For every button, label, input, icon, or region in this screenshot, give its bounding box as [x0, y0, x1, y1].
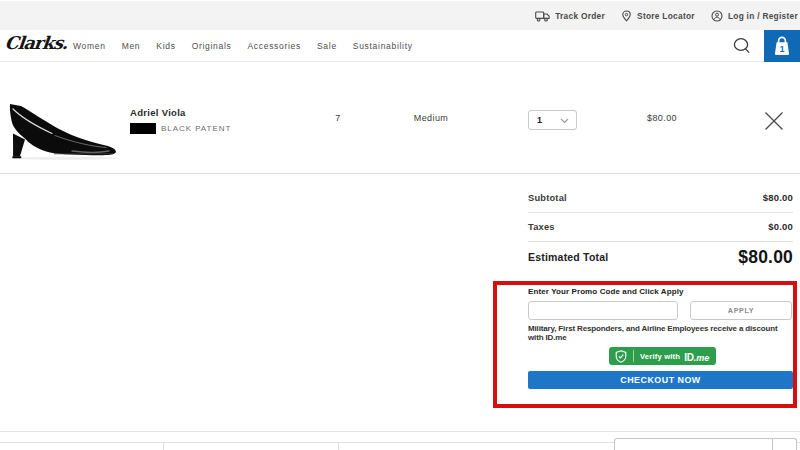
item-separator	[0, 173, 800, 174]
product-color: BLACK PATENT	[130, 123, 231, 134]
idme-logo: ID.me	[684, 347, 709, 365]
estimated-total-row: Estimated Total $80.00	[528, 246, 793, 268]
footer-column-divider	[163, 443, 164, 450]
quantity-select[interactable]: 1	[528, 110, 577, 130]
user-icon	[711, 10, 723, 22]
promo-code-label: Enter Your Promo Code and Click Apply	[528, 287, 684, 296]
search-icon	[731, 35, 753, 57]
nav-item-originals[interactable]: Originals	[192, 41, 232, 51]
chevron-down-icon	[560, 118, 569, 124]
email-signup-input[interactable]	[614, 438, 797, 450]
product-price: $80.00	[632, 113, 692, 123]
nav-item-sustainability[interactable]: Sustainability	[353, 41, 413, 51]
search-button[interactable]	[731, 35, 753, 57]
footer-column-divider	[338, 443, 339, 450]
product-size: 7	[308, 113, 368, 123]
product-width: Medium	[401, 113, 461, 123]
taxes-value: $0.00	[768, 221, 793, 232]
product-image[interactable]	[0, 90, 130, 175]
cart-page: Track Order Store Locator Log in / Regis…	[0, 0, 800, 450]
button-divider	[633, 350, 634, 362]
estimated-total-label: Estimated Total	[528, 251, 608, 263]
login-register-link[interactable]: Log in / Register	[711, 10, 798, 22]
verify-with-label: Verify with	[640, 352, 680, 361]
summary-divider	[528, 241, 793, 242]
subtotal-label: Subtotal	[528, 193, 567, 203]
utility-links: Track Order Store Locator Log in / Regis…	[519, 1, 798, 31]
idme-message: Military, First Responders, and Airline …	[528, 324, 786, 343]
track-order-label: Track Order	[555, 11, 605, 21]
track-order-link[interactable]: Track Order	[535, 11, 605, 22]
nav-item-accessories[interactable]: Accessories	[247, 41, 301, 51]
map-pin-icon	[621, 10, 632, 22]
color-label: BLACK PATENT	[161, 124, 231, 133]
taxes-label: Taxes	[528, 222, 555, 232]
checkout-label: CHECKOUT NOW	[620, 375, 700, 385]
store-locator-label: Store Locator	[637, 11, 695, 21]
shoe-image	[0, 90, 130, 175]
shield-check-icon	[615, 350, 627, 363]
footer-top-border	[0, 431, 800, 432]
utility-bar: Track Order Store Locator Log in / Regis…	[0, 0, 800, 30]
nav-menu: Women Men Kids Originals Accessories Sal…	[73, 30, 429, 62]
remove-item-button[interactable]	[763, 110, 785, 132]
taxes-row: Taxes $0.00	[528, 221, 793, 232]
truck-icon	[535, 11, 550, 22]
subtotal-row: Subtotal $80.00	[528, 192, 793, 203]
summary-divider	[528, 212, 793, 213]
color-swatch	[130, 123, 156, 134]
clarks-logo[interactable]: Clarks.	[4, 33, 68, 53]
apply-label: APPLY	[728, 306, 754, 315]
close-icon	[763, 110, 785, 132]
estimated-total-value: $80.00	[738, 247, 793, 268]
checkout-now-button[interactable]: CHECKOUT NOW	[528, 371, 793, 389]
nav-item-kids[interactable]: Kids	[156, 41, 175, 51]
login-register-label: Log in / Register	[728, 11, 798, 21]
cart-count: 1	[780, 44, 785, 54]
promo-code-input[interactable]	[528, 301, 678, 320]
quantity-value: 1	[537, 115, 542, 125]
shopping-bag-icon: 1	[772, 35, 792, 57]
main-nav: Clarks. Women Men Kids Originals Accesso…	[0, 30, 800, 62]
nav-item-men[interactable]: Men	[122, 41, 141, 51]
nav-item-sale[interactable]: Sale	[317, 41, 337, 51]
nav-item-women[interactable]: Women	[73, 41, 106, 51]
cart-button[interactable]: 1	[764, 30, 800, 62]
email-submit-divider	[772, 439, 773, 450]
verify-idme-button[interactable]: Verify with ID.me	[609, 347, 716, 365]
product-name[interactable]: Adriel Viola	[130, 107, 186, 118]
apply-button[interactable]: APPLY	[690, 301, 792, 320]
store-locator-link[interactable]: Store Locator	[621, 10, 695, 22]
subtotal-value: $80.00	[763, 192, 793, 203]
